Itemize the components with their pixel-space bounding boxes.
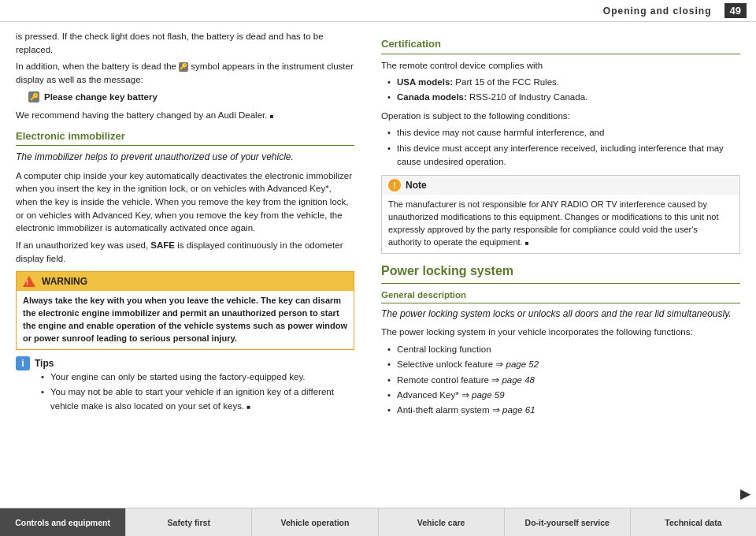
operation-text: Operation is subject to the following co… bbox=[381, 110, 740, 123]
footer-tab-technical[interactable]: Technical data bbox=[631, 508, 756, 536]
condition-2: this device must accept any interference… bbox=[387, 142, 740, 169]
tips-box: i Tips Your engine can only be started u… bbox=[16, 356, 354, 418]
cert-models-list: USA models: Part 15 of the FCC Rules. Ca… bbox=[381, 76, 740, 105]
usa-models: USA models: Part 15 of the FCC Rules. bbox=[387, 76, 740, 89]
immobilizer-heading: Electronic immobilizer bbox=[16, 128, 354, 147]
note-icon: ! bbox=[388, 179, 401, 192]
intro-text: is pressed. If the check light does not … bbox=[16, 30, 354, 56]
function-central-locking: Central locking function bbox=[387, 343, 740, 356]
chapter-title: Opening and closing bbox=[603, 6, 712, 17]
footer-tab-safety[interactable]: Safety first bbox=[126, 508, 252, 536]
tips-list: Your engine can only be started using th… bbox=[35, 370, 354, 413]
immobilizer-intro: The immobilizer helps to prevent unautho… bbox=[16, 151, 354, 164]
recommend-text: We recommend having the battery changed … bbox=[16, 109, 354, 122]
warning-triangle-icon bbox=[23, 276, 35, 287]
immobilizer-body2: If an unauthorized key was used, SAFE is… bbox=[16, 239, 354, 265]
footer-nav: Controls and equipment Safety first Vehi… bbox=[0, 508, 756, 536]
function-advanced-key: Advanced Key* ⇒ page 59 bbox=[387, 389, 740, 402]
right-column: Certification The remote control device … bbox=[370, 22, 756, 506]
function-selective-unlock: Selective unlock feature ⇒ page 52 bbox=[387, 358, 740, 371]
footer-tab-controls[interactable]: Controls and equipment bbox=[0, 508, 126, 536]
key-change-label: Please change key battery bbox=[44, 91, 158, 104]
power-locking-body: The power locking system in your vehicle… bbox=[381, 326, 740, 339]
canada-models: Canada models: RSS-210 of Industry Canad… bbox=[387, 91, 740, 104]
note-header: ! Note bbox=[382, 176, 739, 195]
footer-tab-vehicle-op[interactable]: Vehicle operation bbox=[252, 508, 378, 536]
footer-tab-vehicle-care[interactable]: Vehicle care bbox=[379, 508, 505, 536]
tips-content: Tips Your engine can only be started usi… bbox=[35, 356, 354, 418]
warning-title: WARNING bbox=[42, 274, 87, 288]
main-content: is pressed. If the check light does not … bbox=[0, 22, 756, 506]
warning-header: WARNING bbox=[17, 272, 354, 291]
note-title: Note bbox=[406, 178, 427, 192]
power-locking-heading: Power locking system bbox=[381, 262, 740, 284]
left-column: is pressed. If the check light does not … bbox=[0, 22, 370, 506]
function-remote-control: Remote control feature ⇒ page 48 bbox=[387, 374, 740, 387]
certification-heading: Certification bbox=[381, 36, 740, 54]
page-number: 49 bbox=[724, 3, 747, 18]
tips-icon: i bbox=[16, 356, 30, 370]
conditions-list: this device may not cause harmful interf… bbox=[381, 126, 740, 169]
condition-1: this device may not cause harmful interf… bbox=[387, 126, 740, 140]
tips-item-2: You may not be able to start your vehicl… bbox=[41, 385, 354, 413]
footer-tab-diy-service[interactable]: Do-it-yourself service bbox=[505, 508, 631, 536]
note-box: ! Note The manufacturer is not responsib… bbox=[381, 175, 740, 254]
warning-box: WARNING Always take the key with you whe… bbox=[16, 271, 354, 350]
page-header: Opening and closing 49 bbox=[0, 0, 756, 22]
note-body: The manufacturer is not responsible for … bbox=[382, 195, 739, 253]
warning-body: Always take the key with you when you le… bbox=[17, 291, 354, 349]
power-locking-intro: The power locking system locks or unlock… bbox=[381, 307, 740, 321]
key-icon: 🔑 bbox=[28, 91, 39, 102]
immobilizer-body1: A computer chip inside your key automati… bbox=[16, 169, 354, 235]
next-page-arrow[interactable]: ▶ bbox=[740, 486, 750, 501]
general-description-heading: General description bbox=[381, 288, 740, 303]
cert-intro: The remote control device complies with bbox=[381, 59, 740, 73]
key-change-notice: 🔑 Please change key battery bbox=[28, 91, 354, 104]
tips-title: Tips bbox=[35, 358, 54, 369]
function-anti-theft: Anti-theft alarm system ⇒ page 61 bbox=[387, 404, 740, 417]
functions-list: Central locking function Selective unloc… bbox=[381, 343, 740, 417]
tips-item-1: Your engine can only be started using th… bbox=[41, 370, 354, 384]
battery-text: In addition, when the battery is dead th… bbox=[16, 60, 354, 86]
